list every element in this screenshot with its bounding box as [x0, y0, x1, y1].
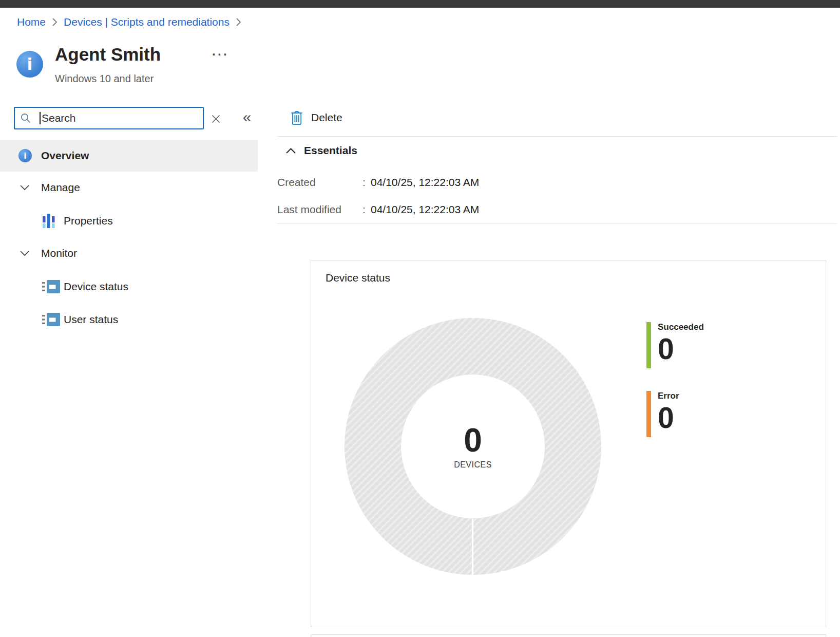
created-label: Created	[277, 176, 316, 189]
info-icon: i	[16, 51, 43, 78]
breadcrumb-home-link[interactable]: Home	[17, 16, 46, 28]
sidebar-group-label: Manage	[41, 181, 80, 194]
chevron-right-icon	[236, 17, 241, 27]
donut-center-label: DEVICES	[454, 460, 492, 470]
legend-value: 0	[658, 335, 704, 363]
chart-title: Device status	[326, 272, 390, 284]
clear-search-icon[interactable]	[209, 113, 222, 125]
sidebar-item-properties[interactable]: Properties	[0, 211, 258, 231]
breadcrumb: Home Devices | Scripts and remediations	[17, 16, 241, 28]
search-icon	[20, 113, 31, 124]
collapse-sidebar-icon[interactable]: «	[237, 106, 257, 128]
sidebar-group-manage[interactable]: Manage	[0, 177, 258, 198]
legend-item-succeeded: Succeeded 0	[646, 322, 704, 368]
device-status-card: Device status 0 DEVICES Succeeded 0 Erro…	[311, 260, 826, 627]
search-placeholder: Search	[42, 112, 76, 124]
sidebar-item-overview[interactable]: i Overview	[0, 140, 258, 172]
search-input[interactable]: Search	[14, 107, 204, 129]
delete-button[interactable]: Delete	[291, 107, 342, 128]
page: Home Devices | Scripts and remediations …	[0, 0, 840, 637]
chevron-up-icon	[285, 147, 296, 154]
chevron-down-icon	[20, 250, 30, 256]
properties-icon	[42, 213, 55, 229]
colon: :	[362, 176, 366, 189]
sidebar-item-label: Properties	[64, 215, 113, 227]
essentials-title: Essentials	[304, 144, 357, 157]
donut-center: 0 DEVICES	[401, 374, 545, 518]
page-subtitle: Windows 10 and later	[55, 73, 154, 85]
sidebar-item-user-status[interactable]: User status	[0, 309, 258, 330]
donut-center-value: 0	[464, 424, 482, 457]
legend-value: 0	[658, 404, 679, 432]
more-menu-button[interactable]: ···	[212, 47, 229, 62]
created-value: 04/10/25, 12:22:03 AM	[371, 176, 479, 189]
page-title: Agent Smith	[55, 44, 161, 65]
next-card-partial	[311, 634, 826, 637]
chevron-down-icon	[20, 184, 30, 191]
sidebar-item-label: Device status	[64, 280, 128, 293]
breadcrumb-section-link[interactable]: Devices | Scripts and remediations	[64, 16, 230, 28]
legend-label: Succeeded	[658, 322, 704, 332]
chevron-right-icon	[52, 17, 58, 27]
toolbar-divider	[277, 136, 837, 137]
sidebar-item-device-status[interactable]: Device status	[0, 276, 258, 297]
sidebar-item-label: Overview	[41, 149, 89, 162]
sidebar-item-label: User status	[64, 313, 118, 326]
colon: :	[362, 203, 366, 216]
trash-icon	[291, 110, 303, 125]
report-icon	[42, 279, 61, 294]
legend-label: Error	[658, 391, 679, 401]
donut-slice-divider	[472, 519, 473, 575]
info-icon: i	[18, 149, 32, 162]
delete-button-label: Delete	[311, 111, 342, 124]
last-modified-label: Last modified	[277, 203, 341, 216]
last-modified-value: 04/10/25, 12:22:03 AM	[371, 203, 479, 216]
text-caret	[40, 112, 41, 124]
sidebar-group-label: Monitor	[41, 247, 77, 259]
sidebar-group-monitor[interactable]: Monitor	[0, 243, 258, 264]
report-icon	[42, 312, 61, 327]
top-chrome-bar	[0, 0, 840, 8]
essentials-divider	[277, 223, 837, 224]
essentials-toggle[interactable]: Essentials	[285, 144, 357, 157]
legend-item-error: Error 0	[646, 391, 679, 437]
